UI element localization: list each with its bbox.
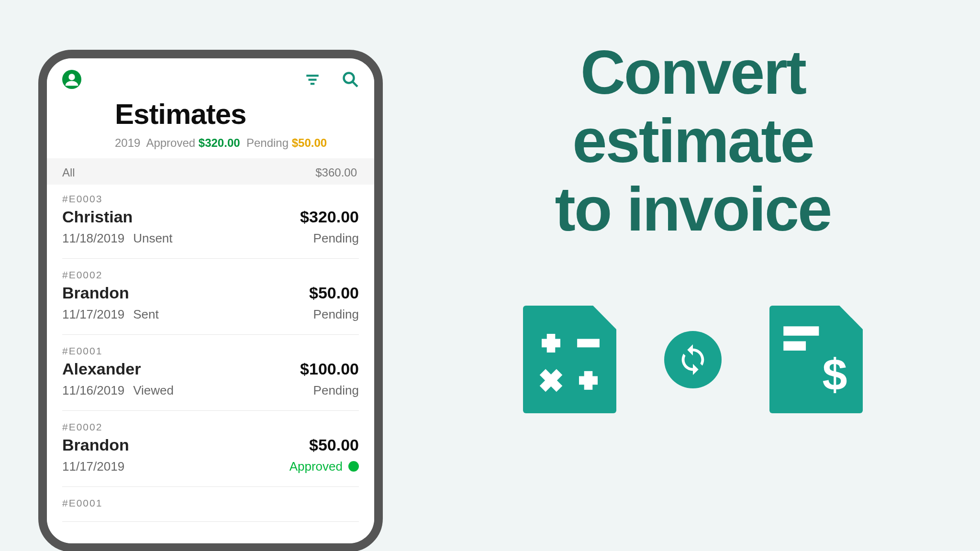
app-topbar (47, 58, 374, 91)
estimate-row[interactable]: #E0001 (62, 487, 359, 522)
estimate-sent-status: Sent (133, 307, 159, 322)
estimate-id: #E0002 (62, 421, 359, 433)
svg-rect-4 (311, 83, 315, 85)
profile-icon[interactable] (62, 70, 81, 91)
summary-approved-label: Approved (146, 136, 195, 149)
estimate-pay-status: Pending (313, 383, 359, 398)
estimate-name: Brandon (62, 284, 129, 302)
estimates-list: #E0003 Christian $320.00 11/18/2019 Unse… (47, 185, 374, 543)
summary-pending-amount: $50.00 (292, 136, 327, 149)
estimate-id: #E0001 (62, 345, 359, 357)
svg-point-1 (68, 74, 75, 80)
svg-rect-15 (783, 341, 806, 351)
estimate-sent-status: Unsent (133, 231, 172, 246)
search-icon[interactable] (342, 71, 359, 90)
estimate-id: #E0001 (62, 497, 359, 509)
summary-line: 2019 Approved $320.00 Pending $50.00 (115, 136, 359, 150)
svg-rect-3 (309, 79, 317, 81)
estimate-pay-status: Pending (313, 307, 359, 322)
sync-icon (664, 331, 722, 388)
estimate-date: 11/16/2019 (62, 383, 124, 398)
marketing-headline: Convert estimate to invoice (406, 38, 980, 243)
approved-dot-icon (348, 461, 359, 472)
estimate-name: Christian (62, 208, 133, 226)
svg-rect-14 (783, 326, 819, 336)
all-label: All (62, 166, 77, 180)
svg-point-5 (344, 73, 354, 83)
phone-frame: Estimates 2019 Approved $320.00 Pending … (38, 50, 383, 551)
summary-approved-amount: $320.00 (199, 136, 240, 149)
invoice-document-icon: $ (769, 306, 863, 413)
svg-line-6 (353, 82, 358, 87)
calculator-document-icon (523, 306, 616, 413)
estimate-date: 11/18/2019 (62, 231, 124, 246)
all-summary-row[interactable]: All $360.00 (47, 158, 374, 185)
svg-text:$: $ (822, 349, 847, 399)
estimate-sent-status: Viewed (133, 383, 174, 398)
estimate-row[interactable]: #E0002 Brandon $50.00 11/17/2019 Sent Pe… (62, 259, 359, 335)
estimate-pay-status: Approved (290, 459, 359, 474)
svg-rect-2 (306, 75, 319, 77)
estimate-pay-status: Pending (313, 231, 359, 246)
estimate-row[interactable]: #E0001 Alexander $100.00 11/16/2019 View… (62, 335, 359, 411)
estimate-date: 11/17/2019 (62, 459, 124, 474)
estimate-id: #E0002 (62, 269, 359, 281)
estimate-amount: $100.00 (300, 360, 359, 378)
estimate-amount: $50.00 (309, 284, 359, 302)
estimate-amount: $320.00 (300, 208, 359, 226)
estimate-name: Brandon (62, 436, 129, 454)
estimate-id: #E0003 (62, 193, 359, 205)
summary-year: 2019 (115, 136, 140, 149)
estimate-amount: $50.00 (309, 436, 359, 454)
estimate-row[interactable]: #E0002 Brandon $50.00 11/17/2019 Approve… (62, 411, 359, 487)
all-total: $360.00 (315, 166, 357, 179)
estimate-name: Alexander (62, 360, 141, 378)
filter-icon[interactable] (304, 71, 321, 89)
marketing-panel: Convert estimate to invoice (406, 38, 980, 413)
estimate-row[interactable]: #E0003 Christian $320.00 11/18/2019 Unse… (62, 185, 359, 259)
summary-pending-label: Pending (246, 136, 289, 149)
page-title: Estimates (115, 98, 359, 131)
estimate-date: 11/17/2019 (62, 307, 124, 322)
